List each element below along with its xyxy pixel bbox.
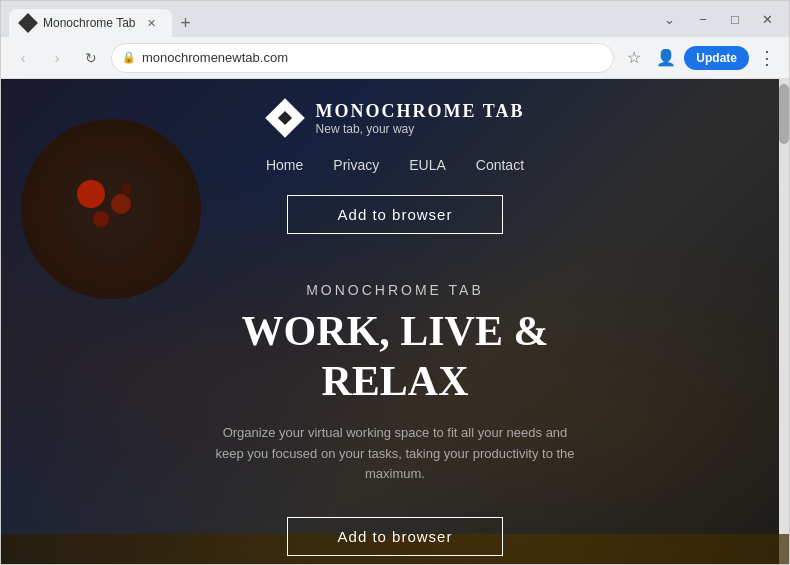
close-button[interactable]: ✕: [753, 5, 781, 33]
logo-icon: [266, 99, 304, 137]
hero-title-line1: WORK, LIVE &: [242, 308, 549, 354]
page-inner: MONOCHROME TAB New tab, your way Home Pr…: [1, 79, 789, 564]
bookmark-button[interactable]: ☆: [620, 44, 648, 72]
page-content: MONOCHROME TAB New tab, your way Home Pr…: [1, 79, 789, 564]
new-tab-button[interactable]: +: [172, 9, 200, 37]
hero-title: WORK, LIVE & RELAX: [242, 306, 549, 407]
tab-close-button[interactable]: ✕: [144, 15, 160, 31]
nav-contact[interactable]: Contact: [476, 157, 524, 173]
update-button[interactable]: Update: [684, 46, 749, 70]
nav-actions: ☆ 👤 Update ⋮: [620, 44, 781, 72]
active-tab[interactable]: Monochrome Tab ✕: [9, 9, 172, 37]
nav-home[interactable]: Home: [266, 157, 303, 173]
forward-button[interactable]: ›: [43, 44, 71, 72]
add-to-browser-top-button[interactable]: Add to browser: [287, 195, 504, 234]
logo-diamond-inner: [278, 111, 292, 125]
logo-text-area: MONOCHROME TAB New tab, your way: [316, 101, 525, 136]
hero-description: Organize your virtual working space to f…: [215, 423, 575, 485]
hero-title-line2: RELAX: [321, 358, 468, 404]
navigation-bar: ‹ › ↻ 🔒 monochromenewtab.com ☆ 👤 Update …: [1, 37, 789, 79]
address-bar[interactable]: 🔒 monochromenewtab.com: [111, 43, 614, 73]
back-button[interactable]: ‹: [9, 44, 37, 72]
logo-title: MONOCHROME TAB: [316, 101, 525, 122]
browser-window: Monochrome Tab ✕ + ⌄ − □ ✕ ‹ › ↻ 🔒 monoc…: [0, 0, 790, 565]
address-text: monochromenewtab.com: [142, 50, 603, 65]
logo-area: MONOCHROME TAB New tab, your way: [266, 99, 525, 137]
refresh-button[interactable]: ↻: [77, 44, 105, 72]
lock-icon: 🔒: [122, 51, 136, 64]
browser-menu-button[interactable]: ⋮: [753, 44, 781, 72]
tab-bar: Monochrome Tab ✕ +: [9, 1, 649, 37]
maximize-button[interactable]: □: [721, 5, 749, 33]
minimize-button[interactable]: −: [689, 5, 717, 33]
expand-button[interactable]: ⌄: [655, 5, 683, 33]
hero-subtitle: MONOCHROME TAB: [306, 282, 484, 298]
site-header: MONOCHROME TAB New tab, your way: [1, 79, 789, 147]
window-controls: − □ ✕: [689, 5, 781, 33]
tab-favicon-icon: [18, 13, 38, 33]
nav-privacy[interactable]: Privacy: [333, 157, 379, 173]
nav-eula[interactable]: EULA: [409, 157, 446, 173]
profile-button[interactable]: 👤: [652, 44, 680, 72]
add-to-browser-bottom-button[interactable]: Add to browser: [287, 517, 504, 556]
title-bar: Monochrome Tab ✕ + ⌄ − □ ✕: [1, 1, 789, 37]
tab-title: Monochrome Tab: [43, 16, 136, 30]
hero-section: MONOCHROME TAB WORK, LIVE & RELAX Organi…: [175, 262, 615, 564]
logo-subtitle: New tab, your way: [316, 122, 525, 136]
site-navigation: Home Privacy EULA Contact: [266, 147, 524, 183]
logo-diamond-outer: [265, 98, 305, 138]
